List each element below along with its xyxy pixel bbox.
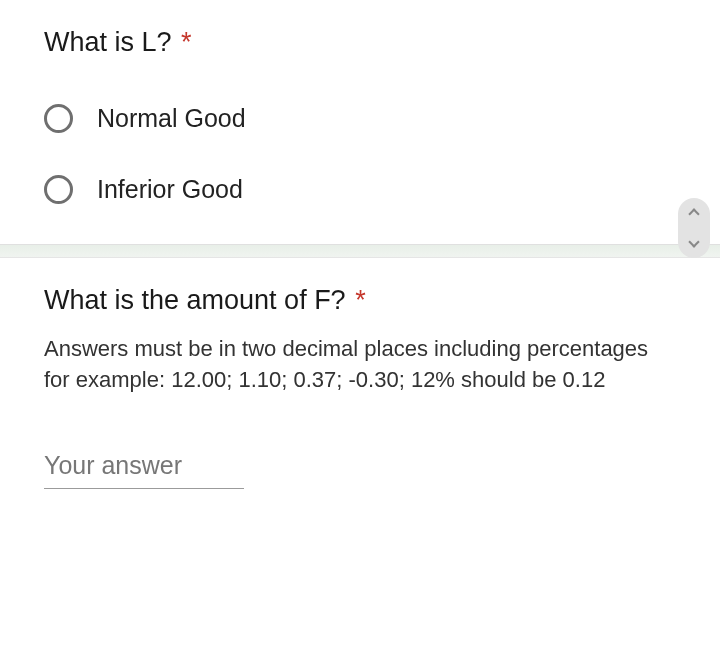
scroll-pill[interactable] — [678, 198, 710, 258]
radio-option-normal-good[interactable]: Normal Good — [44, 104, 676, 133]
answer-input-wrap — [44, 451, 676, 489]
question-title: What is the amount of F? * — [44, 282, 676, 318]
question-card-f: What is the amount of F? * Answers must … — [0, 258, 720, 519]
answer-input[interactable] — [44, 451, 244, 489]
question-title-text: What is the amount of F? — [44, 285, 346, 315]
radio-options: Normal Good Inferior Good — [44, 104, 676, 204]
radio-option-inferior-good[interactable]: Inferior Good — [44, 175, 676, 204]
question-card-l: What is L? * Normal Good Inferior Good — [0, 0, 720, 244]
required-asterisk: * — [355, 285, 366, 315]
section-divider — [0, 244, 720, 258]
question-title: What is L? * — [44, 24, 676, 60]
radio-icon — [44, 175, 73, 204]
chevron-down-icon — [688, 236, 699, 247]
required-asterisk: * — [181, 27, 192, 57]
radio-label: Normal Good — [97, 104, 246, 133]
radio-icon — [44, 104, 73, 133]
question-title-text: What is L? — [44, 27, 172, 57]
helper-text: Answers must be in two decimal places in… — [44, 333, 676, 395]
chevron-up-icon — [688, 208, 699, 219]
radio-label: Inferior Good — [97, 175, 243, 204]
